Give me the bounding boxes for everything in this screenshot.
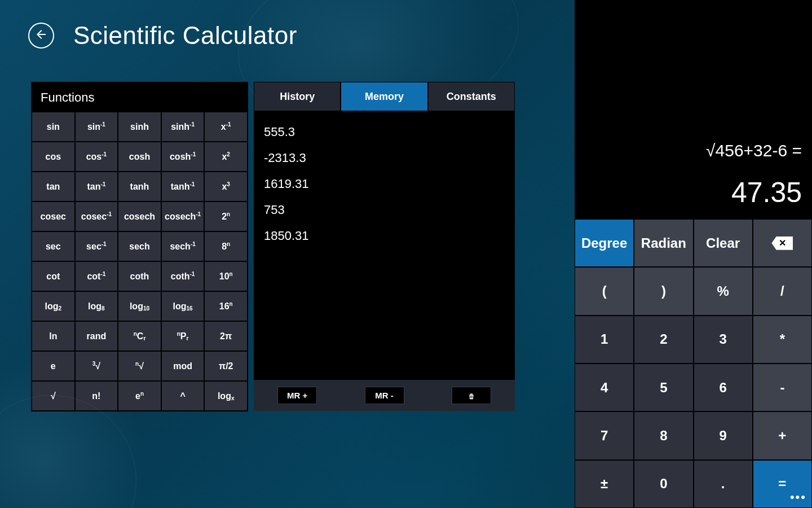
expression-text: √456+32-6 = xyxy=(706,141,802,160)
func-10supn-button[interactable]: 10n xyxy=(204,261,248,291)
func-tansup1-button[interactable]: tan-1 xyxy=(75,172,118,202)
func-8supn-button[interactable]: 8n xyxy=(204,231,248,261)
func-tanhsup1-button[interactable]: tanh-1 xyxy=(161,172,205,202)
radian-button[interactable]: Radian xyxy=(634,219,693,267)
func-n-button[interactable]: n! xyxy=(75,381,118,411)
backspace-icon: ✕ xyxy=(771,237,793,250)
func-sinsup1-button[interactable]: sin-1 xyxy=(75,112,118,142)
memory-item[interactable]: 555.3 xyxy=(264,119,505,145)
memory-item[interactable]: -2313.3 xyxy=(264,145,505,171)
digit-7-button[interactable]: 7 xyxy=(575,411,634,459)
func-secsup1-button[interactable]: sec-1 xyxy=(75,231,118,261)
func-logsub10-button[interactable]: log10 xyxy=(118,291,161,321)
func-xsup2-button[interactable]: x2 xyxy=(204,142,248,172)
func-rand-button[interactable]: rand xyxy=(75,321,118,351)
digit-3-button[interactable]: 3 xyxy=(694,316,753,364)
func-sec-button[interactable]: sec xyxy=(32,231,75,261)
memory-recall-plus-button[interactable]: MR + xyxy=(277,387,317,404)
func-esupn-button[interactable]: en xyxy=(118,381,161,411)
memory-item[interactable]: 1619.31 xyxy=(264,171,505,197)
func-cosec-button[interactable]: cosec xyxy=(32,202,75,231)
digit-5-button[interactable]: 5 xyxy=(634,364,693,411)
func-logsub8-button[interactable]: log8 xyxy=(75,291,118,321)
func-cosh-button[interactable]: cosh xyxy=(118,142,161,172)
plus-button[interactable]: + xyxy=(753,411,812,459)
func-cos-button[interactable]: cos xyxy=(32,142,75,172)
back-button[interactable] xyxy=(28,23,54,49)
tab-memory[interactable]: Memory xyxy=(341,82,427,111)
func-16supn-button[interactable]: 16n xyxy=(204,291,248,321)
func-2supn-button[interactable]: 2n xyxy=(204,202,248,231)
func-logsub2-button[interactable]: log2 xyxy=(32,291,75,321)
func-coth-button[interactable]: coth xyxy=(118,261,161,291)
calculator-panel: √456+32-6 = 47.35 Degree Radian Clear ✕ … xyxy=(575,0,812,508)
plus-minus-button[interactable]: ± xyxy=(575,460,634,508)
tab-history[interactable]: History xyxy=(254,82,341,111)
digit-9-button[interactable]: 9 xyxy=(694,411,753,459)
func-tanh-button[interactable]: tanh xyxy=(118,172,161,202)
func-sech-button[interactable]: sech xyxy=(118,231,161,261)
func-logsub16-button[interactable]: log16 xyxy=(161,291,205,321)
func-2-button[interactable]: 2π xyxy=(204,321,248,351)
func-ln-button[interactable]: ln xyxy=(32,321,75,351)
back-arrow-icon xyxy=(34,28,48,43)
memory-actions-bar: MR + MR - xyxy=(254,379,515,411)
digit-8-button[interactable]: 8 xyxy=(634,411,693,459)
func-cossup1-button[interactable]: cos-1 xyxy=(75,142,118,172)
page-title: Scientific Calculator xyxy=(73,21,297,50)
tab-constants[interactable]: Constants xyxy=(428,82,515,111)
result-text: 47.35 xyxy=(731,176,802,209)
func--button[interactable]: √ xyxy=(32,381,75,411)
functions-panel: Functions sinsin-1sinhsinh-1x-1coscos-1c… xyxy=(31,82,248,411)
memory-item[interactable]: 753 xyxy=(264,197,505,223)
func-3-button[interactable]: 3√ xyxy=(75,351,118,381)
percent-button[interactable]: % xyxy=(694,267,753,315)
keypad: Degree Radian Clear ✕ ( ) % / 1 2 3 * 4 … xyxy=(575,219,812,508)
func-logsubx-button[interactable]: logx xyxy=(204,381,248,411)
func-cothsup1-button[interactable]: coth-1 xyxy=(161,261,205,291)
digit-0-button[interactable]: 0 xyxy=(634,460,693,508)
backspace-button[interactable]: ✕ xyxy=(753,219,812,267)
rparen-button[interactable]: ) xyxy=(634,267,693,315)
func-e-button[interactable]: e xyxy=(32,351,75,381)
center-panel: History Memory Constants 555.3-2313.3161… xyxy=(254,82,515,411)
func-cosechsup1-button[interactable]: cosech-1 xyxy=(161,202,205,231)
memory-delete-button[interactable] xyxy=(452,387,491,404)
func-mod-button[interactable]: mod xyxy=(161,351,205,381)
clear-button[interactable]: Clear xyxy=(694,219,753,267)
minus-button[interactable]: - xyxy=(753,364,812,411)
digit-6-button[interactable]: 6 xyxy=(694,364,753,411)
divide-button[interactable]: / xyxy=(753,267,812,315)
func-cosech-button[interactable]: cosech xyxy=(118,202,161,231)
digit-4-button[interactable]: 4 xyxy=(575,364,634,411)
memory-item[interactable]: 1850.31 xyxy=(264,223,505,249)
func-ncsubr-button[interactable]: nCr xyxy=(118,321,161,351)
func-n-button[interactable]: n√ xyxy=(118,351,161,381)
func-cotsup1-button[interactable]: cot-1 xyxy=(75,261,118,291)
decimal-button[interactable]: . xyxy=(694,460,753,508)
lparen-button[interactable]: ( xyxy=(575,267,634,315)
func-sin-button[interactable]: sin xyxy=(32,112,75,142)
multiply-button[interactable]: * xyxy=(753,316,812,364)
func-xsup3-button[interactable]: x3 xyxy=(204,172,248,202)
func-coshsup1-button[interactable]: cosh-1 xyxy=(161,142,205,172)
ellipsis-icon: ••• xyxy=(790,490,806,504)
func--button[interactable]: ^ xyxy=(161,381,205,411)
func-cot-button[interactable]: cot xyxy=(32,261,75,291)
func-tan-button[interactable]: tan xyxy=(32,172,75,202)
func-sinhsup1-button[interactable]: sinh-1 xyxy=(161,112,205,142)
func-xsup1-button[interactable]: x-1 xyxy=(204,112,248,142)
func-sechsup1-button[interactable]: sech-1 xyxy=(161,231,205,261)
func-npsubr-button[interactable]: nPr xyxy=(161,321,205,351)
digit-1-button[interactable]: 1 xyxy=(575,316,634,364)
func-cosecsup1-button[interactable]: cosec-1 xyxy=(75,202,118,231)
more-menu-button[interactable]: ••• xyxy=(790,490,806,505)
func-sinh-button[interactable]: sinh xyxy=(118,112,161,142)
memory-recall-minus-button[interactable]: MR - xyxy=(365,387,404,404)
display: √456+32-6 = 47.35 xyxy=(575,0,812,219)
digit-2-button[interactable]: 2 xyxy=(634,316,693,364)
func-2-button[interactable]: π/2 xyxy=(204,351,248,381)
degree-button[interactable]: Degree xyxy=(575,219,634,267)
trash-icon xyxy=(467,391,475,400)
memory-list: 555.3-2313.31619.317531850.31 xyxy=(254,111,515,379)
